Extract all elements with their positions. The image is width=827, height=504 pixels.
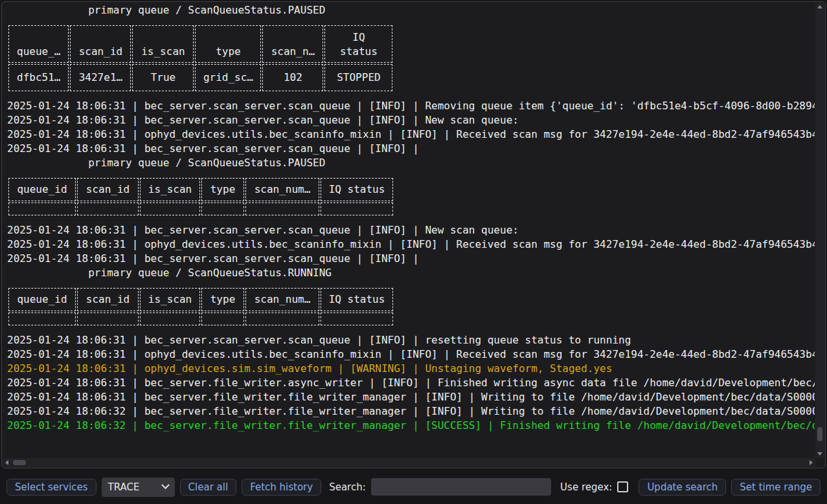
queue-table-cell: 3427e1… (70, 64, 131, 91)
scroll-down-arrow-icon[interactable] (817, 452, 822, 455)
queue-table: queue_…scan_idis_scantypescan_n…IQ statu… (7, 24, 394, 93)
queue-table-cell (201, 203, 244, 215)
queue-table-cell (77, 203, 139, 215)
queue-table-header: type (201, 288, 244, 311)
search-input[interactable] (371, 478, 551, 496)
log-line: 2025-01-24 18:06:31 | bec_server.file_wr… (7, 390, 815, 404)
queue-table-header: type (195, 25, 261, 63)
log-level-dropdown[interactable]: TRACE (102, 477, 175, 497)
scroll-up-arrow-icon[interactable] (817, 5, 822, 8)
queue-table-cell (245, 312, 319, 325)
search-label: Search: (329, 481, 366, 493)
log-line: 2025-01-24 18:06:31 | ophyd_devices.util… (7, 237, 815, 252)
queue-table-header: scan_id (77, 178, 139, 201)
queue-table-cell: dfbc51… (8, 64, 69, 91)
select-services-button[interactable]: Select services (6, 479, 96, 496)
queue-table-header: IQ status (321, 178, 393, 201)
queue-table-cell (321, 203, 393, 215)
vertical-scrollbar-thumb[interactable] (817, 427, 822, 441)
log-content: primary queue / ScanQueueStatus.PAUSEDqu… (7, 3, 815, 457)
queue-table-cell (8, 203, 76, 215)
queue-table-header: queue_… (8, 25, 69, 63)
queue-table-header: is_scan (140, 288, 200, 311)
log-line: 2025-01-24 18:06:32 | bec_server.file_wr… (7, 419, 815, 433)
log-line: primary queue / ScanQueueStatus.PAUSED (7, 3, 815, 17)
log-level-value: TRACE (108, 481, 163, 493)
log-line: 2025-01-24 18:06:31 | bec_server.scan_se… (7, 113, 815, 127)
clear-all-button[interactable]: Clear all (180, 479, 237, 496)
use-regex-checkbox[interactable] (617, 481, 628, 492)
scroll-left-arrow-icon[interactable] (5, 460, 8, 465)
queue-table-cell: True (132, 64, 194, 91)
queue-table-header: scan_id (70, 25, 131, 63)
queue-table-cell (201, 312, 244, 325)
log-line: 2025-01-24 18:06:32 | bec_server.file_wr… (7, 404, 815, 419)
horizontal-scrollbar-thumb[interactable] (13, 460, 26, 465)
queue-table-cell: STOPPED (324, 64, 392, 91)
horizontal-scrollbar[interactable] (3, 458, 815, 467)
queue-table-cell (245, 203, 319, 215)
log-line: 2025-01-24 18:06:31 | bec_server.scan_se… (7, 252, 815, 266)
queue-table-header: queue_id (8, 178, 76, 201)
log-line: 2025-01-24 18:06:31 | ophyd_devices.sim.… (7, 362, 815, 376)
use-regex-label: Use regex: (560, 481, 612, 493)
queue-table-header: scan_num… (245, 288, 319, 311)
set-time-range-button[interactable]: Set time range (731, 479, 821, 496)
queue-table-header: queue_id (8, 288, 76, 311)
log-line: 2025-01-24 18:06:31 | bec_server.scan_se… (7, 142, 815, 156)
log-line: 2025-01-24 18:06:31 | ophyd_devices.util… (7, 347, 815, 362)
update-search-button[interactable]: Update search (639, 479, 726, 496)
queue-table-header: IQ status (324, 25, 392, 63)
log-viewer: primary queue / ScanQueueStatus.PAUSEDqu… (1, 1, 826, 468)
log-line: primary queue / ScanQueueStatus.PAUSED (7, 156, 815, 170)
log-line: 2025-01-24 18:06:31 | bec_server.file_wr… (7, 376, 815, 390)
queue-table-cell (8, 312, 76, 325)
scroll-right-arrow-icon[interactable] (810, 460, 813, 465)
queue-table: queue_idscan_idis_scantypescan_num…IQ st… (7, 177, 394, 217)
queue-table-header: is_scan (140, 178, 200, 201)
queue-table-cell: grid_sc… (195, 64, 261, 91)
queue-table: queue_idscan_idis_scantypescan_num…IQ st… (7, 287, 394, 327)
log-line: 2025-01-24 18:06:31 | bec_server.scan_se… (7, 223, 815, 237)
queue-table-header: is_scan (132, 25, 194, 63)
chevron-down-icon (161, 481, 170, 489)
queue-table-header: scan_id (77, 288, 139, 311)
log-line: 2025-01-24 18:06:31 | ophyd_devices.util… (7, 127, 815, 142)
log-line: primary queue / ScanQueueStatus.RUNNING (7, 266, 815, 280)
toolbar: Select services TRACE Clear all Fetch hi… (0, 475, 827, 504)
queue-table-cell: 102 (262, 64, 323, 91)
log-line: 2025-01-24 18:06:31 | bec_server.scan_se… (7, 333, 815, 347)
queue-table-cell (140, 312, 200, 325)
queue-table-header: scan_n… (262, 25, 323, 63)
queue-table-cell (77, 312, 139, 325)
log-line: 2025-01-24 18:06:31 | bec_server.scan_se… (7, 99, 815, 113)
fetch-history-button[interactable]: Fetch history (242, 479, 321, 496)
queue-table-header: scan_num… (245, 178, 319, 201)
vertical-scrollbar[interactable] (815, 3, 824, 458)
queue-table-header: IQ status (321, 288, 393, 311)
queue-table-cell (140, 203, 200, 215)
queue-table-header: type (201, 178, 244, 201)
queue-table-cell (321, 312, 393, 325)
